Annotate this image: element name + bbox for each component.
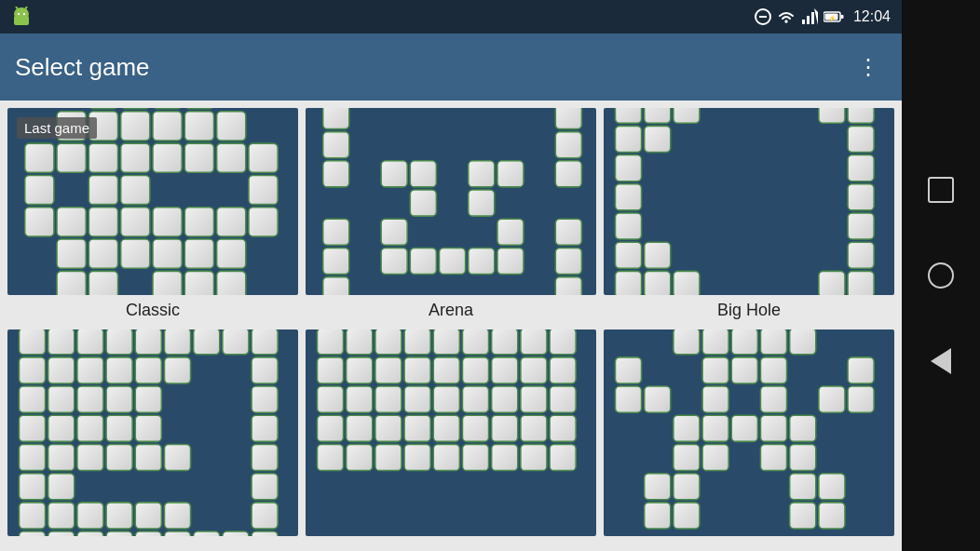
svg-rect-160 bbox=[252, 386, 278, 412]
svg-rect-57 bbox=[217, 271, 246, 295]
svg-rect-273 bbox=[790, 329, 816, 355]
svg-rect-255 bbox=[521, 415, 547, 441]
svg-rect-174 bbox=[19, 329, 45, 355]
svg-rect-261 bbox=[433, 444, 459, 470]
svg-rect-49 bbox=[121, 239, 150, 268]
dnd-icon bbox=[755, 8, 771, 25]
svg-rect-245 bbox=[492, 386, 518, 412]
game-item-flat[interactable] bbox=[306, 329, 596, 544]
svg-rect-17 bbox=[88, 108, 117, 109]
svg-rect-193 bbox=[48, 503, 75, 529]
arena-preview bbox=[306, 108, 596, 295]
svg-rect-181 bbox=[48, 329, 75, 355]
svg-rect-288 bbox=[760, 415, 786, 441]
svg-rect-100 bbox=[410, 190, 436, 216]
svg-rect-258 bbox=[347, 444, 373, 470]
game-item-classic[interactable]: Last game bbox=[7, 108, 298, 322]
svg-rect-40 bbox=[57, 208, 86, 236]
svg-rect-102 bbox=[381, 219, 407, 245]
svg-rect-31 bbox=[153, 143, 182, 172]
svg-rect-298 bbox=[645, 503, 671, 529]
svg-rect-125 bbox=[848, 126, 874, 152]
svg-rect-229 bbox=[550, 329, 576, 355]
game-thumbnail-arena bbox=[306, 108, 596, 295]
svg-rect-124 bbox=[645, 126, 671, 152]
svg-rect-56 bbox=[184, 271, 213, 295]
svg-rect-248 bbox=[317, 415, 343, 441]
svg-rect-244 bbox=[462, 386, 488, 412]
svg-rect-38 bbox=[249, 175, 278, 204]
svg-rect-45 bbox=[217, 208, 246, 236]
battery-icon: ⚡ bbox=[823, 10, 844, 23]
svg-rect-24 bbox=[153, 112, 182, 141]
svg-rect-34 bbox=[249, 143, 278, 172]
svg-rect-136 bbox=[645, 271, 671, 295]
svg-rect-23 bbox=[121, 112, 150, 141]
svg-rect-127 bbox=[848, 155, 874, 181]
status-bar-left bbox=[11, 7, 32, 27]
svg-rect-194 bbox=[77, 503, 103, 529]
svg-rect-275 bbox=[702, 357, 728, 383]
svg-rect-39 bbox=[25, 208, 54, 236]
game-item-spiral[interactable] bbox=[7, 329, 298, 544]
svg-rect-256 bbox=[550, 415, 576, 441]
game-item-figure[interactable] bbox=[604, 329, 894, 544]
svg-rect-211 bbox=[164, 357, 190, 383]
svg-rect-77 bbox=[323, 219, 349, 245]
game-item-arena[interactable]: Arena bbox=[306, 108, 596, 322]
svg-rect-176 bbox=[19, 386, 45, 412]
svg-rect-167 bbox=[48, 531, 75, 536]
svg-rect-279 bbox=[615, 386, 641, 412]
svg-rect-223 bbox=[375, 329, 402, 355]
svg-rect-30 bbox=[121, 143, 150, 172]
svg-rect-270 bbox=[702, 329, 728, 355]
svg-rect-286 bbox=[702, 415, 728, 441]
svg-rect-192 bbox=[48, 474, 75, 500]
svg-rect-287 bbox=[731, 415, 757, 441]
svg-rect-202 bbox=[106, 444, 132, 470]
bighole-preview bbox=[604, 108, 894, 295]
svg-rect-188 bbox=[48, 357, 75, 383]
more-options-button[interactable]: ⋮ bbox=[850, 47, 887, 87]
svg-rect-291 bbox=[702, 444, 728, 470]
square-nav-button[interactable] bbox=[920, 169, 961, 210]
svg-rect-179 bbox=[19, 474, 45, 500]
svg-rect-37 bbox=[121, 175, 150, 204]
svg-rect-105 bbox=[410, 248, 436, 274]
game-thumbnail-big-hole bbox=[604, 108, 894, 295]
nav-bar bbox=[902, 0, 980, 551]
svg-rect-208 bbox=[77, 357, 103, 383]
svg-rect-184 bbox=[135, 329, 161, 355]
svg-rect-200 bbox=[106, 415, 132, 441]
signal-icon bbox=[801, 8, 818, 25]
app-container: ⚡ 12:04 Select game ⋮ Last game bbox=[0, 0, 902, 551]
svg-rect-281 bbox=[702, 386, 728, 412]
svg-rect-225 bbox=[433, 329, 459, 355]
svg-rect-129 bbox=[848, 184, 874, 210]
svg-rect-264 bbox=[521, 444, 547, 470]
svg-point-4 bbox=[18, 13, 20, 15]
svg-rect-191 bbox=[48, 444, 75, 470]
svg-rect-293 bbox=[790, 444, 816, 470]
svg-rect-118 bbox=[615, 108, 641, 123]
svg-rect-130 bbox=[615, 213, 641, 239]
svg-rect-236 bbox=[492, 357, 518, 383]
svg-rect-173 bbox=[223, 531, 249, 536]
svg-rect-138 bbox=[819, 271, 845, 295]
svg-rect-269 bbox=[674, 329, 700, 355]
svg-rect-196 bbox=[135, 503, 161, 529]
svg-rect-18 bbox=[121, 108, 150, 109]
svg-rect-182 bbox=[77, 329, 103, 355]
svg-rect-195 bbox=[106, 503, 132, 529]
back-nav-button[interactable] bbox=[920, 341, 961, 382]
svg-rect-101 bbox=[469, 190, 495, 216]
svg-rect-240 bbox=[347, 386, 373, 412]
svg-rect-159 bbox=[252, 357, 278, 383]
svg-rect-297 bbox=[819, 474, 845, 500]
game-item-big-hole[interactable]: Big Hole bbox=[604, 108, 894, 322]
svg-rect-104 bbox=[381, 248, 407, 274]
svg-rect-133 bbox=[645, 242, 671, 268]
svg-rect-189 bbox=[48, 386, 75, 412]
game-grid: Last game bbox=[0, 101, 902, 551]
home-nav-button[interactable] bbox=[920, 255, 961, 296]
